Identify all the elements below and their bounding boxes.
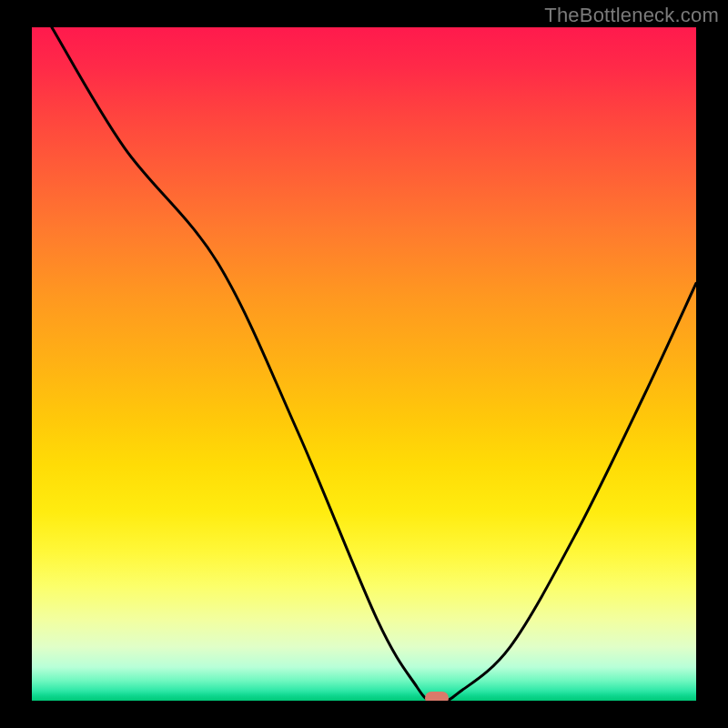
chart-container: TheBottleneck.com: [0, 0, 728, 728]
watermark-text: TheBottleneck.com: [544, 4, 719, 27]
optimal-marker: [425, 692, 449, 701]
curve-svg: [32, 27, 696, 701]
bottleneck-curve-line: [52, 27, 696, 701]
plot-area: [32, 27, 696, 701]
